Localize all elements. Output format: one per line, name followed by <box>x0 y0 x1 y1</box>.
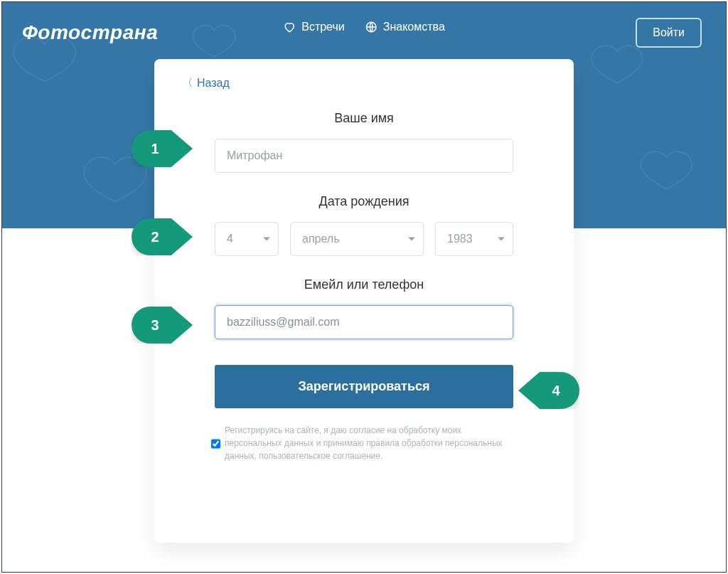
top-nav: Фотострана Встречи Знакомства Войти <box>2 18 726 48</box>
back-link[interactable]: 〈 Назад <box>183 77 230 90</box>
nav-dating[interactable]: Знакомства <box>365 21 445 33</box>
nav-dating-label: Знакомства <box>383 21 445 33</box>
dob-day-select[interactable]: 4 <box>215 222 279 256</box>
submit-button[interactable]: Зарегистрироваться <box>215 365 513 408</box>
page: Фотострана Встречи Знакомства Войти <box>1 1 727 573</box>
email-group: Емейл или телефон <box>183 277 545 339</box>
name-input[interactable] <box>215 139 513 173</box>
name-label: Ваше имя <box>183 111 545 126</box>
email-label: Емейл или телефон <box>183 277 545 292</box>
chevron-left-icon: 〈 <box>183 77 193 90</box>
consent-checkbox[interactable] <box>211 425 220 462</box>
nav-meetings-label: Встречи <box>301 21 345 33</box>
dob-label: Дата рождения <box>183 194 545 209</box>
globe-icon <box>365 21 378 33</box>
logo[interactable]: Фотострана <box>22 21 158 44</box>
heart-icon <box>283 21 296 33</box>
dob-month-value: апрель <box>290 222 424 256</box>
dob-day-value: 4 <box>215 222 279 256</box>
dob-group: Дата рождения 4 апрель 1983 <box>183 194 545 256</box>
back-label: Назад <box>197 77 230 90</box>
nav-meetings[interactable]: Встречи <box>283 21 345 33</box>
name-group: Ваше имя <box>183 111 545 173</box>
login-button[interactable]: Войти <box>636 18 702 48</box>
nav-center: Встречи Знакомства <box>283 21 445 33</box>
dob-month-select[interactable]: апрель <box>290 222 424 256</box>
consent-text: Регистрируясь на сайте, я даю согласие н… <box>225 424 517 462</box>
dob-year-select[interactable]: 1983 <box>435 222 513 256</box>
dob-year-value: 1983 <box>435 222 513 256</box>
consent-row[interactable]: Регистрируясь на сайте, я даю согласие н… <box>211 424 517 462</box>
email-input[interactable] <box>215 305 513 339</box>
signup-card: 〈 Назад Ваше имя Дата рождения 4 апрель <box>154 59 574 543</box>
